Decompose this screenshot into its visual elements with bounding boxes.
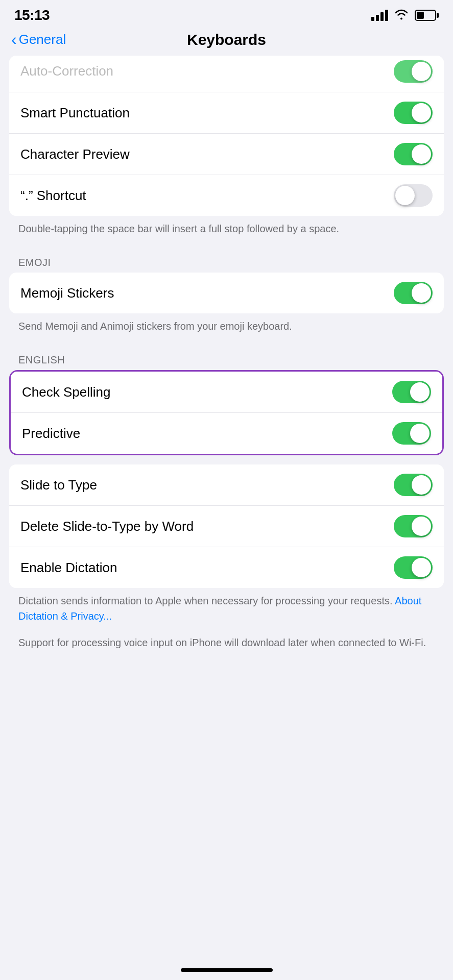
emoji-settings-list: Memoji Stickers bbox=[9, 273, 444, 313]
list-item-check-spelling: Check Spelling bbox=[11, 372, 442, 413]
list-item-memoji-stickers: Memoji Stickers bbox=[9, 273, 444, 313]
status-time: 15:13 bbox=[14, 7, 50, 23]
item-label: Auto-Correction bbox=[20, 63, 113, 79]
toggle-auto-correction[interactable] bbox=[394, 60, 433, 83]
toggle-predictive[interactable] bbox=[392, 422, 431, 445]
toggle-knob bbox=[412, 103, 431, 122]
shortcut-note: Double-tapping the space bar will insert… bbox=[0, 216, 453, 248]
list-item: Auto-Correction bbox=[9, 56, 444, 92]
toggle-delete-slide-to-type[interactable] bbox=[394, 515, 433, 537]
highlighted-section: Check Spelling Predictive bbox=[9, 370, 444, 455]
home-indicator bbox=[181, 968, 273, 972]
status-bar: 15:13 bbox=[0, 0, 453, 28]
toggle-smart-punctuation[interactable] bbox=[394, 102, 433, 124]
toggle-knob bbox=[412, 144, 431, 164]
dictation-note: Dictation sends information to Apple whe… bbox=[0, 588, 453, 635]
list-item-smart-punctuation: Smart Punctuation bbox=[9, 92, 444, 134]
toggle-knob bbox=[412, 62, 431, 81]
list-item-character-preview: Character Preview bbox=[9, 134, 444, 175]
emoji-section-label: EMOJI bbox=[0, 248, 453, 273]
toggle-slide-to-type[interactable] bbox=[394, 474, 433, 496]
status-icons bbox=[371, 9, 439, 22]
chevron-left-icon: ‹ bbox=[11, 31, 17, 47]
list-item-predictive: Predictive bbox=[11, 413, 442, 454]
remaining-settings-list: Slide to Type Delete Slide-to-Type by Wo… bbox=[9, 464, 444, 588]
battery-icon bbox=[415, 10, 439, 21]
toggle-enable-dictation[interactable] bbox=[394, 556, 433, 579]
item-label: Character Preview bbox=[20, 146, 130, 162]
item-label: Memoji Stickers bbox=[20, 285, 114, 301]
dictation-note2: Support for processing voice input on iP… bbox=[0, 635, 453, 662]
item-label: Slide to Type bbox=[20, 477, 97, 493]
signal-icon bbox=[371, 10, 388, 21]
toggle-period-shortcut[interactable] bbox=[394, 184, 433, 207]
item-label: “.” Shortcut bbox=[20, 188, 86, 204]
toggle-knob bbox=[395, 186, 415, 205]
english-section-label: ENGLISH bbox=[0, 345, 453, 370]
list-item-enable-dictation: Enable Dictation bbox=[9, 547, 444, 588]
list-item-delete-slide: Delete Slide-to-Type by Word bbox=[9, 506, 444, 547]
item-label: Check Spelling bbox=[22, 384, 110, 400]
dictation-note-text: Dictation sends information to Apple whe… bbox=[18, 595, 393, 606]
toggle-knob bbox=[412, 517, 431, 536]
top-settings-list: Auto-Correction Smart Punctuation Charac… bbox=[9, 56, 444, 216]
nav-bar: ‹ General Keyboards bbox=[0, 28, 453, 56]
toggle-knob bbox=[412, 283, 431, 303]
item-label: Predictive bbox=[22, 426, 80, 442]
wifi-icon bbox=[394, 9, 409, 22]
back-button[interactable]: ‹ General bbox=[11, 32, 66, 47]
toggle-knob bbox=[412, 475, 431, 495]
toggle-knob bbox=[410, 424, 430, 443]
item-label: Delete Slide-to-Type by Word bbox=[20, 519, 194, 534]
back-label: General bbox=[19, 32, 66, 47]
toggle-knob bbox=[412, 558, 431, 577]
toggle-check-spelling[interactable] bbox=[392, 381, 431, 403]
list-item-period-shortcut: “.” Shortcut bbox=[9, 175, 444, 216]
page-title: Keyboards bbox=[187, 31, 266, 48]
toggle-memoji-stickers[interactable] bbox=[394, 282, 433, 304]
item-label: Enable Dictation bbox=[20, 560, 117, 576]
item-label: Smart Punctuation bbox=[20, 105, 130, 121]
toggle-knob bbox=[410, 382, 430, 402]
emoji-note: Send Memoji and Animoji stickers from yo… bbox=[0, 313, 453, 345]
list-item-slide-to-type: Slide to Type bbox=[9, 464, 444, 506]
toggle-character-preview[interactable] bbox=[394, 143, 433, 165]
